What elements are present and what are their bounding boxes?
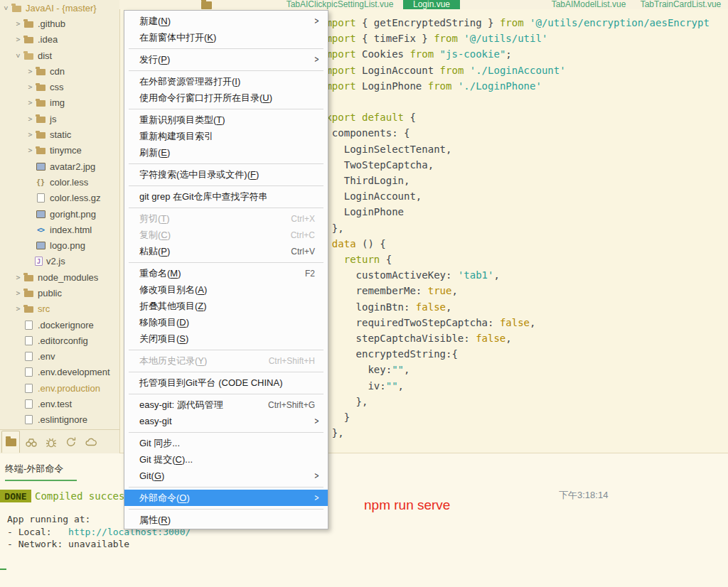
tree-item-color.less.gz[interactable]: color.less.gz xyxy=(0,190,119,206)
tree-item-js[interactable]: >js xyxy=(0,111,119,126)
menu-separator xyxy=(124,484,328,490)
tree-item-.env.development[interactable]: .env.development xyxy=(0,365,119,380)
menu-item[interactable]: Git 同步... xyxy=(124,435,328,451)
tree-item-.editorconfig[interactable]: .editorconfig xyxy=(0,333,119,348)
tree-item-index.html[interactable]: <>index.html xyxy=(0,222,119,237)
go-panel-button[interactable] xyxy=(63,433,80,451)
tree-item-.env[interactable]: .env xyxy=(0,349,119,365)
tree-item-static[interactable]: >static xyxy=(0,126,119,142)
menu-item[interactable]: Git 提交(C)... xyxy=(124,451,328,468)
menu-item[interactable]: 使用命令行窗口打开所在目录(U) xyxy=(124,90,328,106)
menu-item-label: 重新构建项目索引 xyxy=(139,130,213,143)
tree-item-avatar2.jpg[interactable]: avatar2.jpg xyxy=(0,158,119,174)
chevron-closed-icon[interactable]: > xyxy=(26,68,35,75)
menu-item[interactable]: 修改项目别名(A) xyxy=(124,281,328,298)
menu-item[interactable]: 折叠其他项目(Z) xyxy=(124,298,328,314)
tree-item-.env.production[interactable]: .env.production xyxy=(0,380,119,396)
menu-item[interactable]: Git(G)> xyxy=(124,468,328,484)
local-label: - Local: xyxy=(7,527,68,537)
menu-item[interactable]: 在新窗体中打开(K) xyxy=(124,29,328,45)
menu-item[interactable]: 剪切(T)Ctrl+X xyxy=(124,210,328,227)
chevron-open-icon[interactable]: > xyxy=(14,51,22,60)
menu-item[interactable]: easy-git: 源代码管理Ctrl+Shift+G xyxy=(124,397,328,413)
menu-item[interactable]: 属性(R) xyxy=(124,512,328,528)
tree-item-label: .editorconfig xyxy=(38,335,88,346)
tree-item-public[interactable]: >public xyxy=(0,285,119,301)
menu-item[interactable]: 外部命令(O)> xyxy=(124,490,328,506)
menu-item[interactable]: 移除项目(D) xyxy=(124,314,328,330)
menu-item[interactable]: easy-git> xyxy=(124,413,328,429)
chevron-closed-icon[interactable]: > xyxy=(26,115,35,123)
tree-item-.idea[interactable]: >.idea xyxy=(0,32,119,48)
menu-item-label: git grep 在Git仓库中查找字符串 xyxy=(139,190,268,203)
compiled-status-text: Compiled success xyxy=(35,490,131,502)
tree-item-v2.js[interactable]: Jv2.js xyxy=(0,254,119,269)
chevron-open-icon[interactable]: > xyxy=(2,4,10,13)
menu-shortcut: F2 xyxy=(305,269,321,279)
menu-item-label: 本地历史记录(Y) xyxy=(139,355,207,367)
search-panel-button[interactable] xyxy=(23,433,40,451)
chevron-closed-icon[interactable]: > xyxy=(26,83,35,91)
tree-item-.dockerignore[interactable]: .dockerignore xyxy=(0,317,119,333)
tree-item-tinymce[interactable]: >tinymce xyxy=(0,143,119,158)
tree-item-label: logo.png xyxy=(50,240,85,251)
toolbar-folder-icon[interactable] xyxy=(201,1,212,9)
chevron-closed-icon[interactable]: > xyxy=(26,146,35,154)
menu-item[interactable]: 字符搜索(选中目录或文件)(F) xyxy=(124,166,328,183)
menu-item[interactable]: 重新构建项目索引 xyxy=(124,128,328,144)
menu-item[interactable]: 重命名(M)F2 xyxy=(124,265,328,281)
menu-item-label: 复制(C) xyxy=(139,229,171,242)
braces-icon: {} xyxy=(35,177,46,187)
chevron-closed-icon[interactable]: > xyxy=(14,36,23,43)
project-context-menu: 新建(N)>在新窗体中打开(K)发行(P)>在外部资源管理器打开(I)使用命令行… xyxy=(124,10,328,529)
image-icon xyxy=(35,161,46,171)
tree-item-cdn[interactable]: >cdn xyxy=(0,63,119,79)
menu-item[interactable]: 新建(N)> xyxy=(124,13,328,29)
chevron-closed-icon[interactable]: > xyxy=(14,289,23,297)
tree-item-.github[interactable]: >.github xyxy=(0,16,119,31)
tree-item-label: .env.test xyxy=(38,399,72,409)
tree-item-img[interactable]: >img xyxy=(0,95,119,111)
menu-item[interactable]: 在外部资源管理器打开(I) xyxy=(124,73,328,90)
chevron-closed-icon[interactable]: > xyxy=(14,20,23,28)
debug-panel-button[interactable] xyxy=(43,433,60,451)
tab-Login[interactable]: Login.vue xyxy=(403,0,460,9)
menu-item[interactable]: 刷新(E) xyxy=(124,144,328,161)
chevron-closed-icon[interactable]: > xyxy=(26,131,35,139)
tree-item-goright.png[interactable]: goright.png xyxy=(0,206,119,222)
chevron-closed-icon[interactable]: > xyxy=(14,274,23,281)
code-line: LoginSelectTenant, xyxy=(320,141,710,157)
tree-item-logo.png[interactable]: logo.png xyxy=(0,237,119,253)
menu-item[interactable]: 复制(C)Ctrl+C xyxy=(124,227,328,243)
tree-item-label: .dockerignore xyxy=(38,320,94,330)
cloud-panel-button[interactable] xyxy=(82,433,100,451)
files-panel-tab[interactable] xyxy=(1,431,20,453)
sidebar-panel-switcher xyxy=(0,429,120,453)
menu-item[interactable]: 关闭项目(S) xyxy=(124,330,328,347)
menu-item-label: 关闭项目(S) xyxy=(139,333,188,345)
tree-item-JavaAI---master-[interactable]: >JavaAI - {master} xyxy=(0,0,119,16)
tree-item-.env.test[interactable]: .env.test xyxy=(0,396,119,411)
chevron-closed-icon[interactable]: > xyxy=(26,99,35,107)
terminal-tab[interactable]: 终端-外部命令 xyxy=(5,463,63,475)
tree-item-src[interactable]: >src xyxy=(0,301,119,317)
image-icon xyxy=(35,209,46,219)
folder-open-icon xyxy=(23,50,34,60)
tree-item-css[interactable]: >css xyxy=(0,79,119,95)
tab-TabTrainCardList[interactable]: TabTrainCardList.vue xyxy=(633,0,728,9)
menu-item[interactable]: 本地历史记录(Y)Ctrl+Shift+H xyxy=(124,352,328,369)
menu-item[interactable]: git grep 在Git仓库中查找字符串 xyxy=(124,188,328,205)
tree-item-.eslintignore[interactable]: .eslintignore xyxy=(0,412,119,428)
menu-item[interactable]: 重新识别项目类型(T) xyxy=(124,112,328,128)
tab-TabAIClickpicSettingList[interactable]: TabAIClickpicSettingList.vue xyxy=(277,0,402,9)
tree-item-node-modules[interactable]: >node_modules xyxy=(0,269,119,285)
code-line: LoginPhone xyxy=(320,204,710,220)
menu-item[interactable]: 托管项目到Git平台 (CODE CHINA) xyxy=(124,375,328,391)
chevron-closed-icon[interactable]: > xyxy=(14,305,23,313)
menu-item[interactable]: 粘贴(P)Ctrl+V xyxy=(124,243,328,259)
menu-shortcut: Ctrl+C xyxy=(291,230,321,240)
tab-TabAIModelList[interactable]: TabAIModelList.vue xyxy=(528,0,650,9)
tree-item-color.less[interactable]: {}color.less xyxy=(0,174,119,190)
menu-item[interactable]: 发行(P)> xyxy=(124,51,328,68)
tree-item-dist[interactable]: >dist xyxy=(0,48,119,63)
